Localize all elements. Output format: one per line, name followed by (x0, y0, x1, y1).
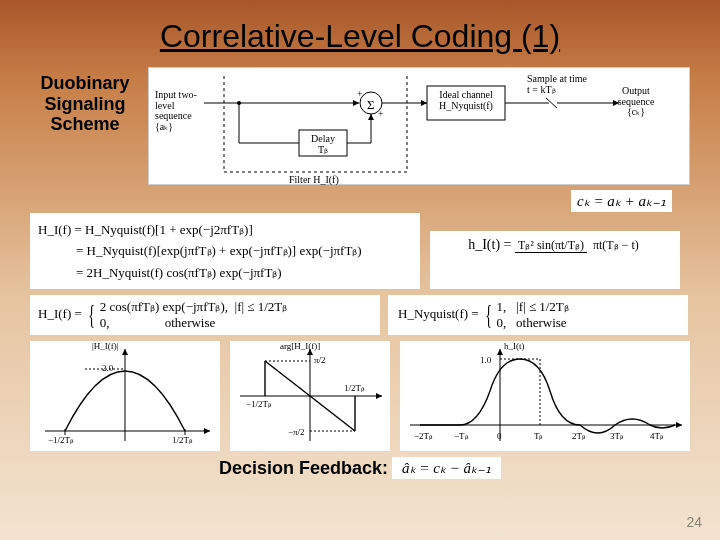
plot3-tick-2: 0 (497, 431, 502, 441)
plot3-tick-5: 3Tᵦ (610, 431, 624, 441)
plots-row: |H_I(f)| 2.0 −1/2Tᵦ 1/2Tᵦ arg[H_I(f)] π/… (30, 341, 690, 451)
plot-phase: arg[H_I(f)] π/2 −π/2 −1/2Tᵦ 1/2Tᵦ (230, 341, 390, 451)
plot3-tick-0: −2Tᵦ (414, 431, 433, 441)
plot1-xright: 1/2Tᵦ (172, 435, 193, 445)
plot1-ylabel: |H_I(f)| (92, 341, 119, 351)
diagram-input-label: Input two-level sequence {aₖ} (155, 90, 205, 132)
svg-point-16 (237, 101, 241, 105)
plot3-tick-1: −Tᵦ (454, 431, 469, 441)
delay-label: Delay Tᵦ (305, 134, 341, 155)
svg-marker-18 (204, 428, 210, 434)
eq-ht-den: πt(Tᵦ − t) (590, 238, 642, 252)
filter-label: Filter H_I(f) (289, 174, 339, 185)
eq-hnyq-block: H_Nyquist(f) = { 1, |f| ≤ 1/2Tᵦ 0, other… (388, 295, 688, 335)
eq-row-2: H_I(f) = H_Nyquist(f)[1 + exp(−j2πfTᵦ)] … (30, 213, 690, 289)
page-title: Correlative-Level Coding (1) (30, 18, 690, 55)
slide: Correlative-Level Coding (1) Duobinary S… (0, 0, 720, 489)
eq-ht-frac: Tᵦ² sin(πt/Tᵦ) πt(Tᵦ − t) (515, 239, 642, 252)
sample-label: Sample at time t = kTᵦ (527, 74, 587, 95)
brace-icon: { (485, 299, 492, 331)
plot1-ymax: 2.0 (102, 363, 113, 373)
plus-top: + (357, 88, 363, 99)
block-diagram: Input two-level sequence {aₖ} (148, 67, 690, 185)
sigma-label: Σ (367, 97, 375, 113)
plot-impulse: h_I(t) 1.0 −2Tᵦ −Tᵦ 0 Tᵦ 2Tᵦ 3Tᵦ 4Tᵦ (400, 341, 690, 451)
eq-hf-line1: H_I(f) = H_Nyquist(f)[1 + exp(−j2πfTᵦ)] (38, 219, 412, 240)
eq-hf-line2: = H_Nyquist(f)[exp(jπfTᵦ) + exp(−jπfTᵦ)]… (38, 240, 412, 261)
scheme-label: Duobinary Signaling Scheme (30, 73, 140, 135)
diagram-svg (149, 68, 669, 186)
svg-marker-25 (376, 393, 382, 399)
eq-hnyq-cond1: |f| ≤ 1/2Tᵦ (516, 299, 569, 314)
svg-marker-20 (122, 349, 128, 355)
eq-ck: cₖ = aₖ + aₖ₋₁ (571, 190, 672, 212)
svg-marker-36 (497, 349, 503, 355)
eq-h1-cond1: |f| ≤ 1/2Tᵦ (235, 299, 288, 314)
plot2-ytop: π/2 (314, 355, 326, 365)
plot2-xleft: −1/2Tᵦ (246, 399, 272, 409)
eq-row-3: H_I(f) = { 2 cos(πfTᵦ) exp(−jπfTᵦ), |f| … (30, 295, 690, 335)
eq-ht-lhs: h_I(t) = (468, 237, 515, 252)
eq-h1-case2: 0, (100, 315, 110, 330)
plot2-ylabel: arg[H_I(f)] (280, 341, 320, 351)
eq-hnyq-lhs: H_Nyquist(f) = (398, 306, 482, 321)
eq-h1-lhs: H_I(f) = (38, 306, 85, 321)
svg-marker-1 (353, 100, 359, 106)
footer-row: Decision Feedback: âₖ = cₖ − âₖ₋₁ (30, 457, 690, 479)
eq-hnyq-case2: 0, (497, 315, 507, 330)
eq-h1-block: H_I(f) = { 2 cos(πfTᵦ) exp(−jπfTᵦ), |f| … (30, 295, 380, 335)
eq-ht-block: h_I(t) = Tᵦ² sin(πt/Tᵦ) πt(Tᵦ − t) (430, 231, 680, 289)
eq-ht-num: Tᵦ² sin(πt/Tᵦ) (515, 238, 587, 253)
brace-icon: { (88, 299, 95, 331)
eq-h1-cond2: otherwise (165, 315, 216, 330)
ideal-channel-label: Ideal channel H_Nyquist(f) (431, 90, 501, 111)
decision-feedback-label: Decision Feedback: (219, 458, 388, 479)
plot3-tick-6: 4Tᵦ (650, 431, 664, 441)
plot3-ylabel: h_I(t) (504, 341, 525, 351)
svg-marker-10 (421, 100, 427, 106)
eq-hf-block: H_I(f) = H_Nyquist(f)[1 + exp(−j2πfTᵦ)] … (30, 213, 420, 289)
eq-h1-case1: 2 cos(πfTᵦ) exp(−jπfTᵦ), (100, 299, 228, 314)
top-row: Duobinary Signaling Scheme Input two-lev… (30, 67, 690, 185)
plot-magnitude: |H_I(f)| 2.0 −1/2Tᵦ 1/2Tᵦ (30, 341, 220, 451)
plot1-xleft: −1/2Tᵦ (48, 435, 74, 445)
output-label: Output sequence {cₖ} (609, 86, 663, 118)
plot3-ymax: 1.0 (480, 355, 491, 365)
eq-hnyq-cond2: otherwise (516, 315, 567, 330)
plot3-tick-3: Tᵦ (534, 431, 544, 441)
svg-marker-34 (676, 422, 682, 428)
svg-marker-7 (368, 114, 374, 120)
page-number: 24 (686, 514, 702, 530)
plus-bot: + (378, 108, 384, 119)
eq-hnyq-case1: 1, (497, 299, 507, 314)
eq-decision-feedback: âₖ = cₖ − âₖ₋₁ (392, 457, 501, 479)
plot3-tick-4: 2Tᵦ (572, 431, 586, 441)
plot2-xright: 1/2Tᵦ (344, 383, 365, 393)
plot2-ybot: −π/2 (288, 427, 305, 437)
eq-hf-line3: = 2H_Nyquist(f) cos(πfTᵦ) exp(−jπfTᵦ) (38, 262, 412, 283)
